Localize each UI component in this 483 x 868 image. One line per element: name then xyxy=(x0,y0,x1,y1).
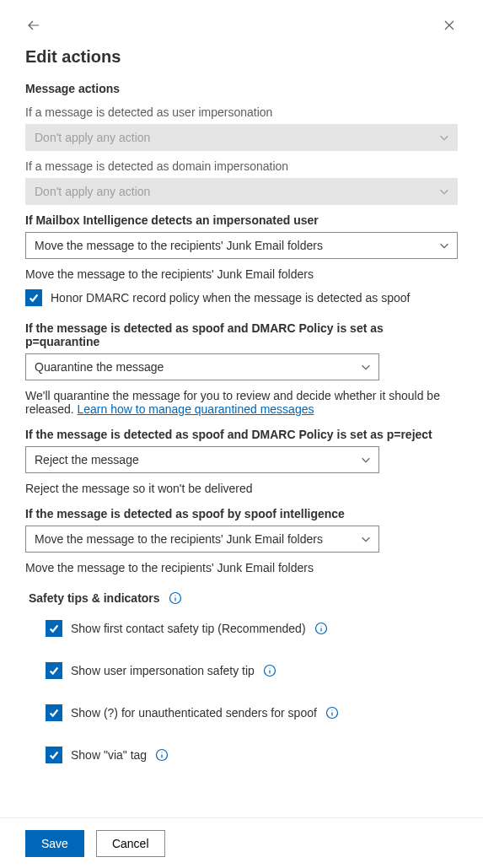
spoof-intelligence-value: Move the message to the recipients' Junk… xyxy=(35,532,323,546)
svg-point-5 xyxy=(269,667,270,668)
dmarc-quarantine-select[interactable]: Quarantine the message xyxy=(25,353,379,380)
honor-dmarc-checkbox[interactable] xyxy=(25,289,42,306)
info-icon[interactable] xyxy=(325,706,339,720)
cancel-button[interactable]: Cancel xyxy=(96,830,165,857)
svg-point-3 xyxy=(320,625,321,626)
user-impersonation-tip-checkbox[interactable] xyxy=(46,662,62,679)
dmarc-reject-label: If the message is detected as spoof and … xyxy=(25,428,458,441)
spoof-intelligence-select[interactable]: Move the message to the recipients' Junk… xyxy=(25,526,379,553)
chevron-down-icon xyxy=(360,454,372,466)
user-impersonation-tip-label: Show user impersonation safety tip xyxy=(71,664,255,677)
save-button[interactable]: Save xyxy=(25,830,84,857)
mailbox-intelligence-select[interactable]: Move the message to the recipients' Junk… xyxy=(25,232,458,259)
safety-tips-heading: Safety tips & indicators xyxy=(29,591,160,605)
info-icon[interactable] xyxy=(169,591,182,605)
dmarc-quarantine-helper: We'll quarantine the message for you to … xyxy=(25,389,458,416)
info-icon[interactable] xyxy=(263,664,276,677)
back-icon[interactable] xyxy=(25,17,42,34)
user-impersonation-select: Don't apply any action xyxy=(25,124,458,151)
unauth-senders-checkbox[interactable] xyxy=(46,704,62,721)
chevron-down-icon xyxy=(438,240,450,251)
first-contact-checkbox[interactable] xyxy=(46,620,62,637)
dmarc-reject-value: Reject the message xyxy=(35,453,139,466)
svg-point-9 xyxy=(162,752,163,752)
chevron-down-icon xyxy=(438,132,450,143)
mailbox-intelligence-helper: Move the message to the recipients' Junk… xyxy=(25,267,458,281)
svg-point-7 xyxy=(331,709,332,710)
domain-impersonation-select: Don't apply any action xyxy=(25,178,458,205)
chevron-down-icon xyxy=(360,533,372,545)
unauth-senders-label: Show (?) for unauthenticated senders for… xyxy=(71,706,317,720)
domain-impersonation-value: Don't apply any action xyxy=(35,185,150,198)
spoof-intelligence-helper: Move the message to the recipients' Junk… xyxy=(25,561,458,574)
chevron-down-icon xyxy=(438,186,450,197)
via-tag-label: Show "via" tag xyxy=(71,748,147,762)
dmarc-reject-select[interactable]: Reject the message xyxy=(25,446,379,473)
user-impersonation-label: If a message is detected as user imperso… xyxy=(25,105,458,119)
mailbox-intelligence-value: Move the message to the recipients' Junk… xyxy=(35,239,323,252)
spoof-intelligence-label: If the message is detected as spoof by s… xyxy=(25,507,458,520)
honor-dmarc-label: Honor DMARC record policy when the messa… xyxy=(51,291,410,305)
via-tag-checkbox[interactable] xyxy=(46,747,62,763)
dmarc-quarantine-value: Quarantine the message xyxy=(35,360,164,374)
svg-point-1 xyxy=(174,595,175,596)
domain-impersonation-label: If a message is detected as domain imper… xyxy=(25,159,458,173)
dmarc-quarantine-label: If the message is detected as spoof and … xyxy=(25,321,458,348)
info-icon[interactable] xyxy=(314,622,328,635)
chevron-down-icon xyxy=(360,361,372,373)
close-icon[interactable] xyxy=(441,17,458,34)
page-title: Edit actions xyxy=(25,47,458,67)
mailbox-intelligence-label: If Mailbox Intelligence detects an imper… xyxy=(25,213,458,227)
info-icon[interactable] xyxy=(155,748,169,762)
message-actions-heading: Message actions xyxy=(25,82,458,95)
dmarc-reject-helper: Reject the message so it won't be delive… xyxy=(25,482,458,495)
first-contact-label: Show first contact safety tip (Recommend… xyxy=(71,622,306,635)
user-impersonation-value: Don't apply any action xyxy=(35,131,150,144)
learn-quarantine-link[interactable]: Learn how to manage quarantined messages xyxy=(77,402,314,416)
